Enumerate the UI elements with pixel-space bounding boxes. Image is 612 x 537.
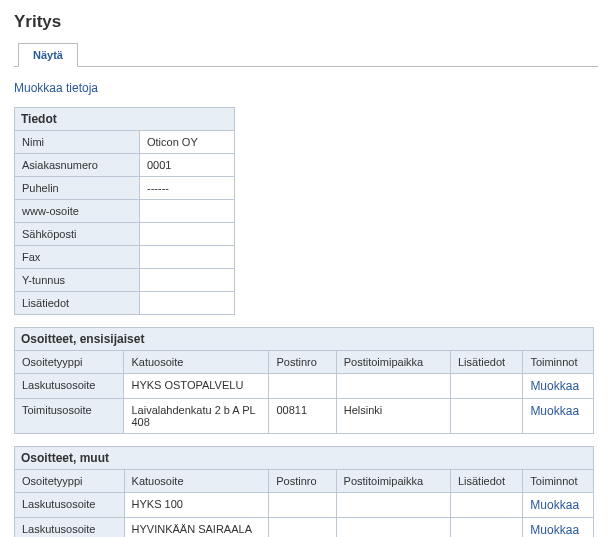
col-city: Postitoimipaikka: [336, 470, 450, 493]
info-value: [140, 223, 235, 246]
info-value: [140, 200, 235, 223]
address-city: [336, 518, 450, 538]
info-value: ------: [140, 177, 235, 200]
info-value: [140, 269, 235, 292]
info-label: Y-tunnus: [15, 269, 140, 292]
info-row: NimiOticon OY: [15, 131, 235, 154]
address-post: 00811: [269, 399, 336, 434]
address-extra: [450, 518, 522, 538]
address-post: [269, 518, 336, 538]
info-label: Sähköposti: [15, 223, 140, 246]
address-city: [336, 493, 450, 518]
address-actions: Muokkaa: [523, 493, 594, 518]
edit-address-link[interactable]: Muokkaa: [530, 498, 579, 512]
info-value: 0001: [140, 154, 235, 177]
info-value: [140, 246, 235, 269]
info-label: Asiakasnumero: [15, 154, 140, 177]
col-city: Postitoimipaikka: [336, 351, 450, 374]
address-street: HYKS OSTOPALVELU: [124, 374, 269, 399]
table-row: ToimitusosoiteLaivalahdenkatu 2 b A PL 4…: [15, 399, 594, 434]
address-actions: Muokkaa: [523, 518, 594, 538]
address-actions: Muokkaa: [523, 374, 594, 399]
addresses-primary-table: Osoitteet, ensisijaiset Osoitetyyppi Kat…: [14, 327, 594, 434]
info-row: Asiakasnumero0001: [15, 154, 235, 177]
info-row: Lisätiedot: [15, 292, 235, 315]
info-label: www-osoite: [15, 200, 140, 223]
info-value: Oticon OY: [140, 131, 235, 154]
col-act: Toiminnot: [523, 470, 594, 493]
col-post: Postinro: [269, 351, 336, 374]
info-row: Fax: [15, 246, 235, 269]
info-row: Y-tunnus: [15, 269, 235, 292]
address-type: Laskutusosoite: [15, 374, 124, 399]
address-street: HYKS 100: [124, 493, 269, 518]
info-label: Fax: [15, 246, 140, 269]
col-post: Postinro: [269, 470, 336, 493]
edit-address-link[interactable]: Muokkaa: [530, 523, 579, 537]
info-row: Sähköposti: [15, 223, 235, 246]
table-row: LaskutusosoiteHYVINKÄÄN SAIRAALA OSTOPAL…: [15, 518, 594, 538]
col-act: Toiminnot: [523, 351, 594, 374]
info-label: Puhelin: [15, 177, 140, 200]
edit-address-link[interactable]: Muokkaa: [530, 404, 579, 418]
col-type: Osoitetyyppi: [15, 470, 125, 493]
info-label: Lisätiedot: [15, 292, 140, 315]
address-extra: [450, 493, 522, 518]
info-label: Nimi: [15, 131, 140, 154]
tabs: Näytä: [14, 42, 598, 67]
address-street: Laivalahdenkatu 2 b A PL 408: [124, 399, 269, 434]
col-extra: Lisätiedot: [450, 470, 522, 493]
col-street: Katuosoite: [124, 470, 269, 493]
addresses-other-table: Osoitteet, muut Osoitetyyppi Katuosoite …: [14, 446, 594, 537]
address-type: Laskutusosoite: [15, 493, 125, 518]
address-extra: [451, 399, 523, 434]
address-post: [269, 493, 336, 518]
edit-address-link[interactable]: Muokkaa: [530, 379, 579, 393]
col-extra: Lisätiedot: [451, 351, 523, 374]
address-street: HYVINKÄÄN SAIRAALA OSTOPALVELU: [124, 518, 269, 538]
address-city: Helsinki: [336, 399, 450, 434]
edit-info-link[interactable]: Muokkaa tietoja: [14, 81, 98, 95]
address-extra: [451, 374, 523, 399]
info-table: Tiedot NimiOticon OYAsiakasnumero0001Puh…: [14, 107, 235, 315]
table-row: LaskutusosoiteHYKS OSTOPALVELUMuokkaa: [15, 374, 594, 399]
page-title: Yritys: [14, 12, 598, 32]
info-caption: Tiedot: [14, 107, 235, 130]
info-row: www-osoite: [15, 200, 235, 223]
address-actions: Muokkaa: [523, 399, 594, 434]
info-value: [140, 292, 235, 315]
tab-view[interactable]: Näytä: [18, 43, 78, 67]
address-post: [269, 374, 336, 399]
table-row: LaskutusosoiteHYKS 100Muokkaa: [15, 493, 594, 518]
addresses-other-caption: Osoitteet, muut: [14, 446, 594, 469]
address-city: [336, 374, 450, 399]
info-row: Puhelin------: [15, 177, 235, 200]
addresses-primary-caption: Osoitteet, ensisijaiset: [14, 327, 594, 350]
col-street: Katuosoite: [124, 351, 269, 374]
address-type: Laskutusosoite: [15, 518, 125, 538]
address-type: Toimitusosoite: [15, 399, 124, 434]
col-type: Osoitetyyppi: [15, 351, 124, 374]
